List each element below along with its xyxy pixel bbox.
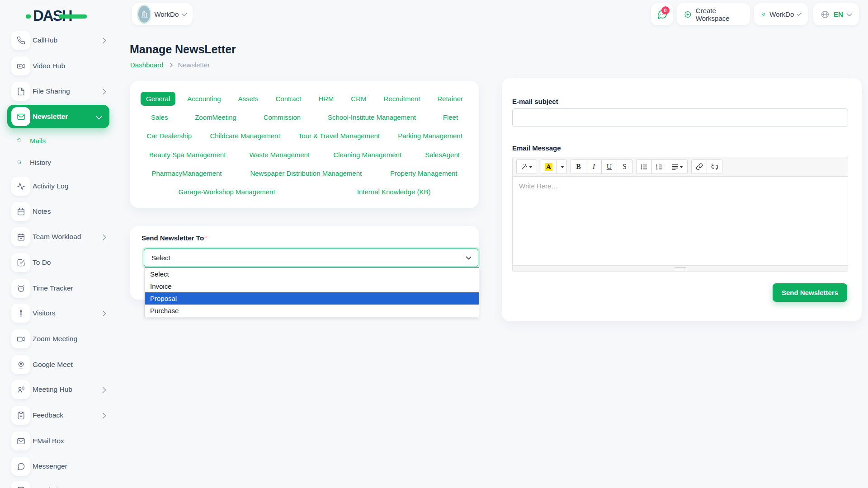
ordered-list-button[interactable]: 123 [652,160,667,174]
clipboard-icon [11,406,30,425]
svg-text:3: 3 [656,167,657,170]
breadcrumb-dashboard-link[interactable]: Dashboard [130,61,163,69]
sidebar-item-zoom-meeting[interactable]: Zoom Meeting [0,327,116,351]
sidebar-item-label: Visitors [33,301,56,325]
font-color-caret-button[interactable] [557,160,566,174]
editor-content-area[interactable]: Write Here… [513,177,848,265]
tab-crm[interactable]: CRM [345,92,372,106]
sidebar-item-video-hub[interactable]: Video Hub [0,54,116,78]
sidebar-item-notes[interactable]: Notes [0,200,116,223]
sidebar-subitem-label: History [30,153,51,171]
tab-contract[interactable]: Contract [270,92,307,106]
tab-pharmacy[interactable]: PharmacyManagement [146,166,227,180]
chevron-right-icon [168,62,173,67]
tab-retainer[interactable]: Retainer [432,92,468,106]
sidebar-item-activity-log[interactable]: Activity Log [0,174,116,198]
italic-button[interactable]: I [586,160,602,174]
sidebar-item-to-do[interactable]: To Do [0,251,116,274]
send-to-select[interactable]: Select [144,249,478,267]
tab-recruitment[interactable]: Recruitment [378,92,425,106]
tab-parking[interactable]: Parking Management [392,129,468,143]
tab-accounting[interactable]: Accounting [182,92,226,106]
bold-button[interactable]: B [571,160,586,174]
account-menu[interactable]: WorkDo [754,3,808,25]
underline-button[interactable]: U [602,160,617,174]
sidebar-subitem-label: Mails [30,131,46,150]
building-icon [140,10,149,19]
sidebar-item-messenger[interactable]: Messenger [0,455,116,478]
chevron-down-icon [96,113,102,120]
tab-school-institute[interactable]: School-Institute Management [322,110,421,124]
magic-wand-icon [521,164,528,170]
chevron-right-icon [100,413,106,419]
check-square-icon [11,253,30,272]
sidebar-item-visitors[interactable]: Visitors [0,301,116,325]
select-option[interactable]: Select [145,268,479,280]
sidebar-item-label: Notes [33,200,51,223]
sidebar-item-hospital[interactable]: Hospital [0,479,116,488]
select-option[interactable]: Invoice [145,280,479,292]
globe-icon [821,10,830,19]
paragraph-align-button[interactable] [667,160,687,174]
create-workspace-button[interactable]: Create Workspace [677,3,750,25]
tab-childcare[interactable]: Childcare Management [204,129,285,143]
resize-grip-icon[interactable] [675,267,686,270]
grid-plus-icon [761,10,765,19]
tab-property[interactable]: Property Management [385,166,462,180]
tab-beauty-spa[interactable]: Beauty Spa Management [144,148,231,162]
chevron-right-icon [100,38,106,44]
sidebar-item-email-box[interactable]: EMail Box [0,429,116,453]
style-magic-button[interactable] [517,160,537,174]
sidebar-item-newsletter[interactable]: Newsletter [7,105,109,128]
tab-commission[interactable]: Commission [258,110,307,124]
envelope-icon [11,432,30,450]
sidebar-item-callhub[interactable]: CallHub [0,28,116,52]
tab-garage-workshop[interactable]: Garage-Workshop Management [173,185,281,199]
tab-newspaper[interactable]: Newspaper Distribution Management [245,166,367,180]
send-newsletters-button[interactable]: Send Newsletters [773,283,847,302]
align-justify-icon [671,164,678,170]
font-color-button[interactable]: A [541,160,557,174]
tab-fleet[interactable]: Fleet [438,110,463,124]
users-icon [11,380,30,399]
chevron-down-icon [182,11,188,17]
workspace-name: WorkDo [154,10,179,18]
sidebar-item-google-meet[interactable]: Google Meet [0,353,116,376]
unordered-list-button[interactable] [637,160,652,174]
bullet-icon [16,137,22,143]
workspace-switcher[interactable]: WorkDo [132,3,193,25]
sidebar-item-label: Feedback [33,404,63,427]
sidebar-item-team-workload[interactable]: Team Workload [0,225,116,249]
tab-cleaning[interactable]: Cleaning Management [328,148,407,162]
tab-general[interactable]: General [141,92,175,106]
strikethrough-button[interactable]: S [617,160,632,174]
sidebar-item-time-tracker[interactable]: Time Tracker [0,277,116,300]
tab-assets[interactable]: Assets [233,92,264,106]
webcam-icon [11,355,30,374]
tab-zoommeeting[interactable]: ZoomMeeting [189,110,242,124]
rich-text-editor: A B I U S 123 [512,157,848,272]
chevron-right-icon [100,387,106,393]
select-option-highlighted[interactable]: Proposal [145,292,479,305]
tab-internal-knowledge[interactable]: Internal Knowledge (KB) [352,185,436,199]
tab-car-dealership[interactable]: Car Dealership [141,129,197,143]
select-option[interactable]: Purchase [145,305,479,317]
language-menu[interactable]: EN [813,3,859,25]
tab-tour-travel[interactable]: Tour & Travel Management [293,129,385,143]
tab-sales[interactable]: Sales [146,110,174,124]
caret-icon [561,166,564,168]
tab-waste[interactable]: Waste Management [244,148,315,162]
insert-link-button[interactable] [692,160,707,174]
sidebar-item-file-sharing[interactable]: File Sharing [0,80,116,103]
sidebar-subitem-history[interactable]: History [0,153,116,171]
sidebar-item-feedback[interactable]: Feedback [0,404,116,427]
tab-hrm[interactable]: HRM [313,92,339,106]
sidebar-item-meeting-hub[interactable]: Meeting Hub [0,378,116,401]
sidebar-subitem-mails[interactable]: Mails [0,131,116,150]
video-plus-icon [11,56,30,75]
unlink-button[interactable] [707,160,722,174]
email-subject-input[interactable] [512,108,848,127]
tab-salesagent[interactable]: SalesAgent [420,148,465,162]
messages-button[interactable]: 0 [651,3,673,25]
dash-logo[interactable]: DASH [26,7,94,25]
